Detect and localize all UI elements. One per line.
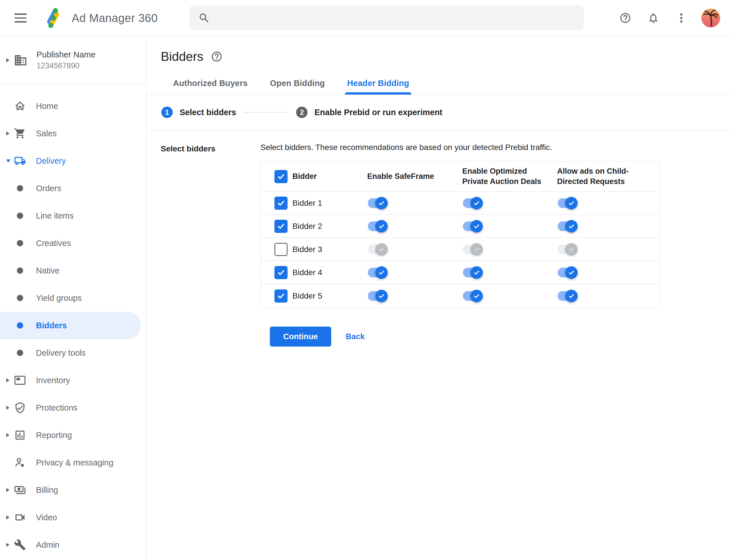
search-bar[interactable]: [190, 6, 584, 30]
child-directed-toggle[interactable]: [558, 197, 578, 210]
tab-header-bidding[interactable]: Header Bidding: [347, 79, 410, 94]
sidebar-item-bidders[interactable]: Bidders: [0, 312, 141, 339]
chevron-right-icon: [6, 543, 9, 547]
optimized-deals-toggle[interactable]: [463, 243, 483, 256]
page-title: Bidders: [161, 49, 203, 64]
child-directed-toggle[interactable]: [558, 243, 578, 256]
bidder-row-checkbox[interactable]: [275, 243, 288, 256]
step-enable-prebid: 2 Enable Prebid or run experiment: [296, 107, 442, 118]
child-directed-toggle[interactable]: [558, 289, 578, 303]
notifications-icon[interactable]: [647, 12, 660, 24]
column-header-safeframe: Enable SafeFrame: [367, 172, 434, 181]
table-row: Bidder 5: [261, 284, 659, 307]
more-options-icon[interactable]: [675, 12, 688, 24]
top-app-bar: Ad Manager 360: [0, 0, 731, 36]
account-avatar[interactable]: [701, 9, 720, 27]
table-header-row: Bidder Enable SafeFrame Enable Optimized…: [261, 161, 659, 192]
optimized-deals-toggle[interactable]: [463, 289, 483, 303]
bidder-row-checkbox[interactable]: [275, 197, 288, 210]
sidebar-item-yield-groups[interactable]: Yield groups: [0, 284, 146, 312]
stepper: 1 Select bidders 2 Enable Prebid or run …: [146, 95, 731, 130]
sidebar: Publisher Name 1234567890 Home Sales: [0, 36, 146, 560]
sidebar-item-video[interactable]: Video: [0, 504, 146, 531]
chevron-right-icon: [6, 515, 9, 519]
truck-icon: [14, 155, 26, 167]
sidebar-item-protections[interactable]: Protections: [0, 394, 146, 421]
safeframe-toggle[interactable]: [368, 243, 388, 256]
optimized-deals-toggle[interactable]: [463, 197, 483, 210]
bidder-name: Bidder 5: [293, 291, 322, 301]
sidebar-item-home[interactable]: Home: [0, 92, 146, 120]
table-row: Bidder 3: [261, 238, 659, 261]
bidders-table: Bidder Enable SafeFrame Enable Optimized…: [261, 161, 660, 308]
bullet-icon: [14, 237, 26, 249]
child-directed-toggle[interactable]: [558, 220, 578, 233]
safeframe-toggle[interactable]: [368, 289, 388, 303]
publisher-name: Publisher Name: [37, 50, 95, 59]
building-icon: [14, 53, 27, 67]
back-button[interactable]: Back: [346, 332, 365, 341]
shopping-cart-icon: [14, 127, 26, 140]
ad-manager-logo: [42, 7, 64, 29]
step-number: 1: [161, 107, 173, 118]
table-row: Bidder 2: [261, 215, 659, 238]
step-label: Select bidders: [180, 108, 236, 117]
tab-authorized-buyers[interactable]: Authorized Buyers: [173, 79, 248, 94]
safeframe-toggle[interactable]: [368, 220, 388, 233]
shield-check-icon: [14, 401, 26, 414]
wrench-icon: [14, 539, 26, 551]
home-icon: [14, 100, 26, 112]
bidder-row-checkbox[interactable]: [275, 220, 288, 233]
sidebar-item-reporting[interactable]: Reporting: [0, 421, 146, 449]
publisher-switcher[interactable]: Publisher Name 1234567890: [0, 36, 146, 84]
step-connector: [244, 112, 288, 113]
column-header-optimized-deals: Enable Optimized Private Auction Deals: [462, 166, 546, 187]
chevron-right-icon: [6, 488, 9, 492]
child-directed-toggle[interactable]: [558, 266, 578, 279]
bidder-row-checkbox[interactable]: [275, 266, 288, 279]
form-actions: Continue Back: [270, 327, 660, 347]
step-select-bidders: 1 Select bidders: [161, 107, 236, 118]
step-number: 2: [296, 107, 308, 118]
sidebar-item-privacy-messaging[interactable]: Privacy & messaging: [0, 449, 146, 476]
menu-icon[interactable]: [15, 12, 27, 24]
bar-chart-icon: [14, 429, 26, 441]
chevron-right-icon: [6, 406, 9, 410]
sidebar-item-native[interactable]: Native: [0, 257, 146, 284]
sidebar-item-admin[interactable]: Admin: [0, 531, 146, 559]
page-help-icon[interactable]: [211, 51, 223, 63]
section-label: Select bidders: [161, 143, 261, 347]
bullet-icon: [14, 292, 26, 304]
sidebar-item-billing[interactable]: Billing: [0, 476, 146, 504]
sidebar-item-inventory[interactable]: Inventory: [0, 367, 146, 394]
bullet-icon: [14, 264, 26, 277]
chevron-right-icon: [6, 378, 9, 382]
bullet-icon: [14, 347, 26, 359]
bidder-name: Bidder 2: [293, 222, 322, 231]
sidebar-item-orders[interactable]: Orders: [0, 175, 146, 202]
bullet-icon: [14, 182, 26, 195]
videocam-icon: [14, 511, 26, 524]
sidebar-item-line-items[interactable]: Line items: [0, 202, 146, 229]
sidebar-item-delivery-tools[interactable]: Delivery tools: [0, 339, 146, 367]
column-header-child-directed: Allow ads on Child-Directed Requests: [557, 166, 640, 187]
publisher-account-id: 1234567890: [37, 61, 95, 70]
help-icon[interactable]: [619, 12, 632, 24]
select-all-checkbox[interactable]: [275, 170, 288, 183]
safeframe-toggle[interactable]: [368, 266, 388, 279]
sidebar-item-creatives[interactable]: Creatives: [0, 229, 146, 257]
bidder-name: Bidder 1: [293, 199, 322, 208]
inventory-icon: [14, 374, 26, 387]
bidder-row-checkbox[interactable]: [275, 289, 288, 303]
continue-button[interactable]: Continue: [270, 327, 331, 347]
sidebar-item-delivery[interactable]: Delivery: [0, 147, 146, 175]
safeframe-toggle[interactable]: [368, 197, 388, 210]
tab-open-bidding[interactable]: Open Bidding: [269, 79, 326, 94]
chevron-right-icon: [6, 58, 9, 62]
column-header-bidder: Bidder: [293, 172, 317, 181]
optimized-deals-toggle[interactable]: [463, 266, 483, 279]
search-input[interactable]: [216, 13, 575, 23]
tab-bar: Authorized Buyers Open Bidding Header Bi…: [146, 79, 731, 95]
optimized-deals-toggle[interactable]: [463, 220, 483, 233]
sidebar-item-sales[interactable]: Sales: [0, 120, 146, 147]
